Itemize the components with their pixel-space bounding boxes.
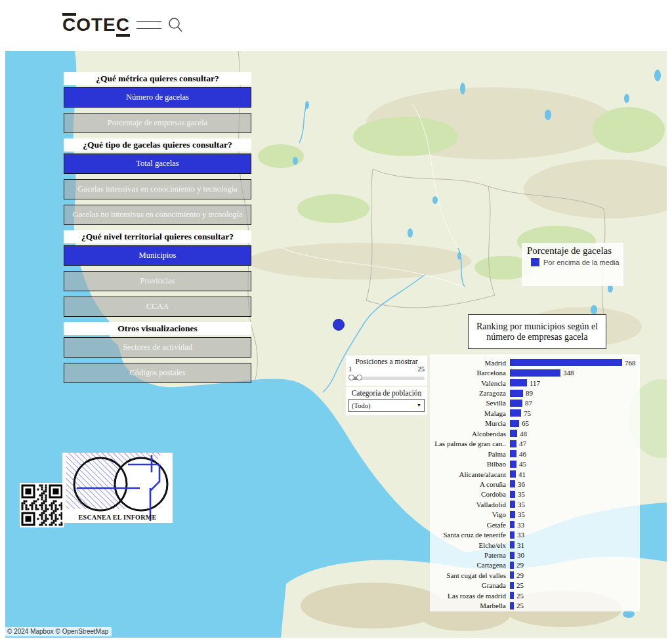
bar[interactable] [510,359,622,366]
bar[interactable] [510,541,514,548]
legend-title: Porcentaje de gacelas [522,243,623,258]
bar[interactable] [510,379,527,386]
bar[interactable] [510,440,516,447]
positions-slider[interactable] [348,375,425,382]
map-attribution[interactable]: © 2024 Mapbox © OpenStreetMap [5,627,112,636]
chart-row[interactable]: Cordoba35 [430,489,640,499]
filter-button[interactable]: Porcentaje de empresas gacela [64,113,251,133]
chart-row[interactable]: Madrid768 [430,358,640,367]
bar[interactable] [510,470,516,478]
bar[interactable] [510,461,516,468]
bar-label: Vigo [430,510,510,518]
filter-panel: ¿Qué métrica quieres consultar?Número de… [64,72,251,388]
bar[interactable] [510,552,514,559]
chart-row[interactable]: Cartagena29 [430,560,640,570]
chart-row[interactable]: Las palmas de gran can..47 [430,439,640,449]
filter-button[interactable]: Provincias [64,271,251,291]
filter-button[interactable]: Total gacelas [64,154,251,174]
chart-row[interactable]: Bilbao45 [430,459,640,468]
legend-color-swatch [531,258,539,266]
bar[interactable] [510,420,519,427]
qr-code [20,483,64,527]
chart-row[interactable]: Sant cugat del valles29 [430,570,640,580]
slider-handle-left[interactable] [348,375,354,381]
bar[interactable] [510,511,515,518]
chart-row[interactable]: Malaga75 [430,408,640,418]
bar-label: Alicante/alacant [430,470,510,478]
bar[interactable] [510,531,514,539]
bar[interactable] [510,450,516,457]
chart-row[interactable]: Barcelona348 [430,367,640,377]
filter-button[interactable]: Gacelas no intensivas en conocimiento y … [64,205,251,225]
bar-value: 117 [530,379,540,387]
bar[interactable] [510,521,514,528]
bar-label: Las palmas de gran can.. [430,440,510,447]
filter-button[interactable]: Sectores de actividad [64,337,251,358]
bar-value: 29 [516,561,524,569]
chart-row[interactable]: Palma46 [430,449,640,459]
bar[interactable] [510,480,515,487]
chart-row[interactable]: Zaragoza89 [430,388,640,398]
chart-row[interactable]: Vigo35 [430,510,640,520]
chart-row[interactable]: Murcia65 [430,419,640,428]
bar[interactable] [510,369,560,377]
search-icon[interactable] [168,17,184,37]
chart-row[interactable]: Granada25 [430,581,640,590]
population-label: Categoría de población [346,387,427,397]
bar[interactable] [510,400,522,407]
cotec-logo[interactable]: COTEC [62,13,130,37]
filter-button[interactable]: Municipios [64,245,251,266]
filter-button[interactable]: Gacelas intensivas en conocimiento y tec… [64,179,251,199]
legend-item-label: Por encima de la media [543,258,620,266]
chart-row[interactable]: Valencia117 [430,378,640,388]
chart-row[interactable]: Marbella25 [430,601,640,611]
population-control: Categoría de población (Todo) ▼ [346,387,427,415]
bar[interactable] [510,602,514,609]
bar-value: 35 [518,490,525,498]
bar-label: Palma [430,450,510,458]
chart-row[interactable]: Getafe33 [430,520,640,529]
chart-row[interactable]: A coruña36 [430,479,640,489]
bar-label: Alcobendas [430,430,510,438]
logo-letters: OTE [76,13,116,37]
bar-value: 75 [524,409,531,417]
population-dropdown[interactable]: (Todo) ▼ [348,399,425,412]
bar[interactable] [510,491,515,498]
bar-label: Elche/elx [430,541,510,549]
bar[interactable] [510,409,521,417]
bar-value: 65 [522,419,529,427]
logo-letter: C [116,13,130,37]
bar-value: 33 [517,531,524,539]
ranking-chart-rows: Madrid768Barcelona348Valencia117Zaragoza… [430,358,640,611]
bar-value: 29 [516,571,524,579]
municipality-marker[interactable] [333,319,345,331]
menu-icon[interactable] [136,21,161,35]
chart-row[interactable]: Sevilla87 [430,398,640,408]
bar[interactable] [510,562,514,569]
bar[interactable] [510,501,515,508]
bar-label: Murcia [430,419,510,427]
chart-row[interactable]: Elche/elx31 [430,540,640,550]
positions-label: Posiciones a mostrar [346,356,427,365]
map-legend: Porcentaje de gacelas Por encima de la m… [522,243,623,286]
chart-row[interactable]: Alicante/alacant41 [430,469,640,479]
chart-row[interactable]: Valladolid35 [430,499,640,509]
bar[interactable] [510,592,514,599]
bar[interactable] [510,430,517,437]
filter-button[interactable]: Número de gacelas [64,87,251,108]
bar[interactable] [510,390,523,397]
chart-row[interactable]: Alcobendas48 [430,428,640,438]
slider-max-label: 25 [418,365,425,373]
slider-handle-right[interactable] [356,375,362,381]
chart-row[interactable]: Paterna30 [430,550,640,560]
chart-row[interactable]: Las rozas de madrid25 [430,590,640,600]
bar-label: Paterna [430,551,510,559]
bar[interactable] [510,571,514,579]
filter-button[interactable]: Códigos postales [64,363,251,383]
bar-value: 36 [518,480,525,488]
ranking-title: Ranking por municipios según el número d… [468,314,606,349]
bar-value: 45 [519,460,526,468]
chart-row[interactable]: Santa cruz de tenerife33 [430,529,640,539]
bar[interactable] [510,582,514,589]
filter-button[interactable]: CCAA [64,297,251,317]
